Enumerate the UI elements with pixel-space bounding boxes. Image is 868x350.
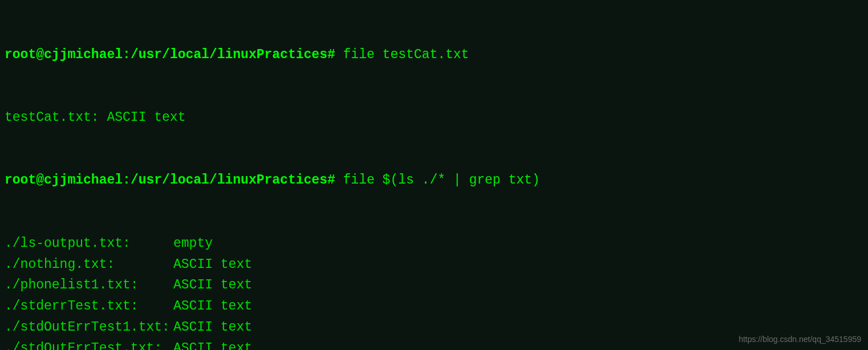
command-1: file testCat.txt [343, 47, 469, 62]
file-result-row: ./stderrTest.txt:ASCII text [5, 296, 863, 317]
file-result-row: ./nothing.txt:ASCII text [5, 254, 863, 275]
file-name: ./stderrTest.txt: [5, 296, 173, 317]
prompt-host: cjjmichael [44, 47, 123, 62]
file-output-list: ./ls-output.txt:empty./nothing.txt:ASCII… [5, 233, 863, 350]
prompt-at: @ [36, 47, 44, 62]
prompt-space [335, 47, 343, 62]
terminal-window[interactable]: root@cjjmichael:/usr/local/linuxPractice… [5, 2, 863, 350]
file-description: ASCII text [173, 257, 252, 272]
prompt-user: root [5, 47, 36, 62]
file-result-row: ./ls-output.txt:empty [5, 233, 863, 254]
file-result-row: ./stdOutErrTest.txt:ASCII text [5, 338, 863, 350]
prompt-colon: : [123, 173, 131, 188]
file-description: ASCII text [173, 278, 252, 292]
file-description: ASCII text [173, 341, 252, 350]
file-result-row: ./phonelist1.txt:ASCII text [5, 275, 863, 296]
file-description: empty [173, 236, 213, 251]
prompt-end: # [327, 47, 335, 62]
prompt-user: root [5, 173, 36, 188]
file-description: ASCII text [173, 320, 252, 335]
prompt-space [335, 173, 343, 188]
output-line-1: testCat.txt: ASCII text [5, 107, 863, 128]
file-name: ./ls-output.txt: [5, 233, 173, 254]
file-name: ./stdOutErrTest.txt: [5, 338, 173, 350]
prompt-line-1: root@cjjmichael:/usr/local/linuxPractice… [5, 44, 863, 66]
watermark-text: https://blog.csdn.net/qq_34515959 [739, 333, 861, 345]
file-name: ./nothing.txt: [5, 254, 173, 275]
prompt-host: cjjmichael [44, 173, 123, 188]
prompt-at: @ [36, 173, 44, 188]
file-result-row: ./stdOutErrTest1.txt:ASCII text [5, 317, 863, 338]
prompt-colon: : [123, 47, 131, 62]
file-name: ./phonelist1.txt: [5, 275, 173, 296]
prompt-end: # [327, 173, 335, 188]
prompt-path: /usr/local/linuxPractices [131, 47, 327, 62]
command-2: file $(ls ./* | grep txt) [343, 173, 540, 188]
prompt-path: /usr/local/linuxPractices [131, 173, 327, 188]
file-description: ASCII text [173, 299, 252, 314]
prompt-line-2: root@cjjmichael:/usr/local/linuxPractice… [5, 170, 863, 191]
file-name: ./stdOutErrTest1.txt: [5, 317, 173, 338]
